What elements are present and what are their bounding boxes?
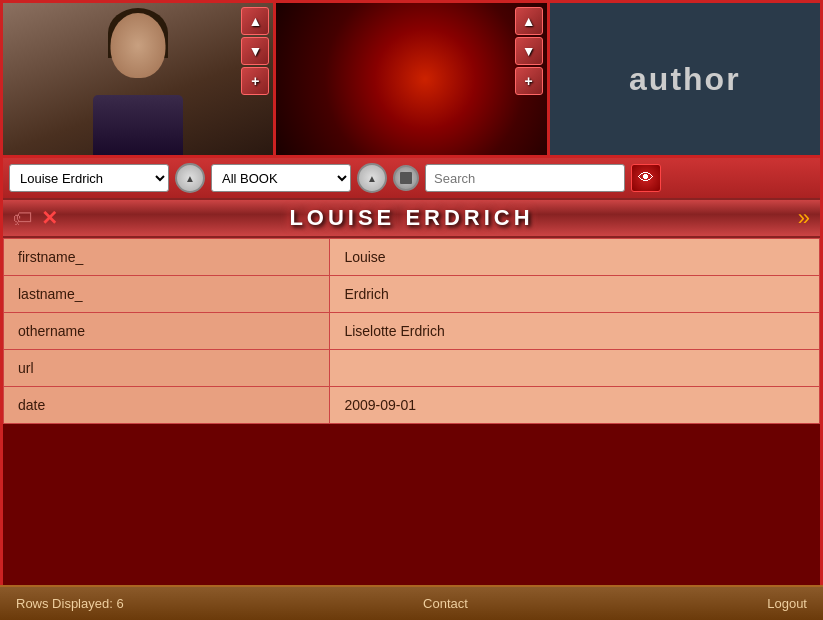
tag-icon[interactable]: 🏷 xyxy=(13,207,33,230)
data-table: firstname_Louiselastname_Erdrichothernam… xyxy=(3,238,820,424)
name-banner: 🏷 ✕ LOUISE ERDRICH » xyxy=(3,200,820,238)
author-slot: author xyxy=(550,3,820,155)
name-select[interactable]: Louise Erdrich xyxy=(9,164,169,192)
rows-displayed: Rows Displayed: 6 xyxy=(16,596,124,611)
head xyxy=(111,13,166,78)
table-row: firstname_Louise xyxy=(4,239,820,276)
top-panel: ▲ ▼ + ▲ ▼ + author xyxy=(3,3,820,158)
slot2-controls: ▲ ▼ + xyxy=(511,3,547,99)
eye-button[interactable]: 👁 xyxy=(631,164,661,192)
stop-button[interactable] xyxy=(393,165,419,191)
banner-title: LOUISE ERDRICH xyxy=(289,205,533,231)
field-key: url xyxy=(4,350,330,387)
person-photo xyxy=(3,3,273,155)
footer: Rows Displayed: 6 Contact Logout xyxy=(0,585,823,620)
name-nav-button[interactable]: ▲ xyxy=(175,163,205,193)
field-value: Louise xyxy=(330,239,820,276)
slot2-up-button[interactable]: ▲ xyxy=(515,7,543,35)
forward-arrows[interactable]: » xyxy=(798,205,810,231)
close-button[interactable]: ✕ xyxy=(41,206,58,230)
contact-link[interactable]: Contact xyxy=(423,596,468,611)
table-row: date2009-09-01 xyxy=(4,387,820,424)
search-input[interactable] xyxy=(425,164,625,192)
slot1-up-button[interactable]: ▲ xyxy=(241,7,269,35)
eye-icon: 👁 xyxy=(638,169,654,187)
table-row: othernameLiselotte Erdrich xyxy=(4,313,820,350)
field-value: 2009-09-01 xyxy=(330,387,820,424)
photo-slot-1: ▲ ▼ + xyxy=(3,3,276,155)
banner-left-controls: 🏷 ✕ xyxy=(13,206,58,230)
field-key: othername xyxy=(4,313,330,350)
field-value xyxy=(330,350,820,387)
main-content: firstname_Louiselastname_Erdrichothernam… xyxy=(3,238,820,588)
book-nav-button[interactable]: ▲ xyxy=(357,163,387,193)
toolbar: Louise Erdrich ▲ All BOOK ▲ 👁 xyxy=(3,158,820,200)
slot1-add-button[interactable]: + xyxy=(241,67,269,95)
field-key: date xyxy=(4,387,330,424)
photo-slot-2: ▲ ▼ + xyxy=(276,3,549,155)
slot1-down-button[interactable]: ▼ xyxy=(241,37,269,65)
body xyxy=(93,95,183,155)
slot2-add-button[interactable]: + xyxy=(515,67,543,95)
red-glow-image xyxy=(276,3,546,155)
slot1-controls: ▲ ▼ + xyxy=(237,3,273,99)
field-key: firstname_ xyxy=(4,239,330,276)
field-value: Erdrich xyxy=(330,276,820,313)
field-value: Liselotte Erdrich xyxy=(330,313,820,350)
table-row: lastname_Erdrich xyxy=(4,276,820,313)
logout-button[interactable]: Logout xyxy=(767,596,807,611)
stop-icon xyxy=(400,172,412,184)
table-row: url xyxy=(4,350,820,387)
slot2-down-button[interactable]: ▼ xyxy=(515,37,543,65)
book-select[interactable]: All BOOK xyxy=(211,164,351,192)
author-label: author xyxy=(629,61,741,98)
field-key: lastname_ xyxy=(4,276,330,313)
